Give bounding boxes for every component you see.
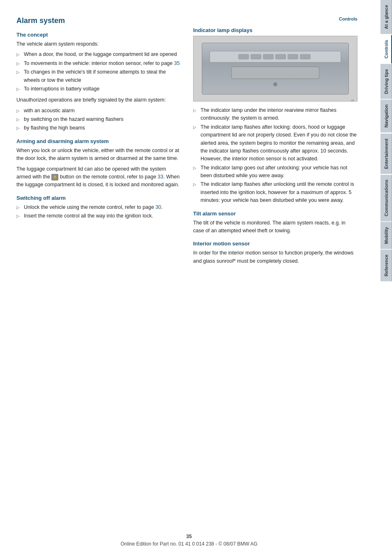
- indicator-lamp-image: 00474-03046: [193, 36, 357, 102]
- list-item: When a door, the hood, or the luggage co…: [16, 51, 181, 58]
- list-item: To movements in the vehicle: interior mo…: [16, 60, 181, 67]
- svg-rect-2: [263, 54, 273, 59]
- list-item: The indicator lamp under the interior re…: [193, 106, 357, 123]
- svg-rect-1: [251, 54, 261, 59]
- arming-text2: The luggage compartment lid can also be …: [16, 165, 181, 189]
- img-center-box: [231, 67, 319, 79]
- main-content: Alarm system The concept The vehicle ala…: [0, 0, 378, 555]
- alarm-bullet-list: with an acoustic alarm by switching on t…: [16, 107, 181, 132]
- indicator-heading: Indicator lamp displays: [193, 27, 357, 33]
- unauthorized-text: Unauthorized operations are briefly sign…: [16, 96, 181, 104]
- tab-entertainment[interactable]: Entertainment: [380, 134, 392, 174]
- page-link-35[interactable]: 35: [174, 60, 180, 66]
- list-item: by flashing the high beams: [16, 124, 181, 132]
- arming-text1: When you lock or unlock the vehicle, eit…: [16, 147, 181, 163]
- tab-navigation[interactable]: Navigation: [380, 99, 392, 132]
- footer-text: Online Edition for Part no. 01 41 0 014 …: [120, 541, 257, 547]
- left-column: Alarm system The concept The vehicle ala…: [16, 16, 181, 268]
- list-item: Insert the remote control all the way in…: [16, 212, 181, 220]
- interior-heading: Interior motion sensor: [193, 240, 357, 247]
- tab-controls[interactable]: Controls: [380, 35, 392, 63]
- list-item: with an acoustic alarm: [16, 107, 181, 115]
- svg-rect-3: [275, 54, 286, 59]
- page-footer: 35 Online Edition for Part no. 01 41 0 0…: [0, 534, 378, 547]
- tab-driving-tips[interactable]: Driving tips: [380, 64, 392, 99]
- switching-heading: Switching off alarm: [16, 195, 181, 201]
- indicator-bullet-list: The indicator lamp under the interior re…: [193, 106, 357, 205]
- list-item: The indicator lamp goes out after unlock…: [193, 164, 357, 180]
- switching-bullet-list: Unlock the vehicle using the remote cont…: [16, 204, 181, 220]
- list-item: The indicator lamp flashes after unlocki…: [193, 180, 357, 204]
- page-link-30[interactable]: 30: [155, 204, 161, 210]
- tilt-text: The tilt of the vehicle is monitored. Th…: [193, 219, 357, 235]
- concept-intro: The vehicle alarm system responds:: [16, 40, 181, 48]
- remote-button-icon: 🔓: [51, 174, 58, 180]
- image-watermark: 00474-03046: [350, 99, 355, 102]
- main-heading: Alarm system: [16, 16, 181, 25]
- two-column-layout: Alarm system The concept The vehicle ala…: [16, 16, 357, 268]
- tab-mobility[interactable]: Mobility: [380, 222, 392, 249]
- list-item: To changes in the vehicle's tilt if some…: [16, 68, 181, 84]
- top-right-label: Controls: [193, 16, 357, 21]
- svg-rect-5: [300, 54, 310, 59]
- page-link-33[interactable]: 33: [158, 174, 164, 180]
- tab-communications[interactable]: Communications: [380, 175, 392, 221]
- svg-rect-0: [238, 54, 249, 59]
- page-number: 35: [0, 534, 378, 539]
- right-column: Controls Indicator lamp displays: [193, 16, 357, 268]
- indicator-lamp-inner: [202, 43, 349, 95]
- list-item: Unlock the vehicle using the remote cont…: [16, 204, 181, 211]
- interior-text: In order for the interior motion sensor …: [193, 249, 357, 265]
- side-tabs: At a glance Controls Driving tips Naviga…: [379, 0, 392, 555]
- svg-rect-4: [288, 54, 298, 59]
- list-item: To interruptions in battery voltage: [16, 85, 181, 93]
- concept-heading: The concept: [16, 32, 181, 38]
- tab-at-a-glance[interactable]: At a glance: [380, 0, 392, 34]
- list-item: by switching on the hazard warning flash…: [16, 116, 181, 123]
- concept-bullet-list: When a door, the hood, or the luggage co…: [16, 51, 181, 93]
- img-top-bar: [210, 51, 341, 62]
- page-container: Alarm system The concept The vehicle ala…: [0, 0, 392, 555]
- tilt-heading: Tilt alarm sensor: [193, 210, 357, 217]
- arming-heading: Arming and disarming alarm system: [16, 138, 181, 144]
- tab-reference[interactable]: Reference: [380, 250, 392, 281]
- list-item: The indicator lamp flashes after locking…: [193, 123, 357, 163]
- img-bottom-dot: [273, 82, 277, 86]
